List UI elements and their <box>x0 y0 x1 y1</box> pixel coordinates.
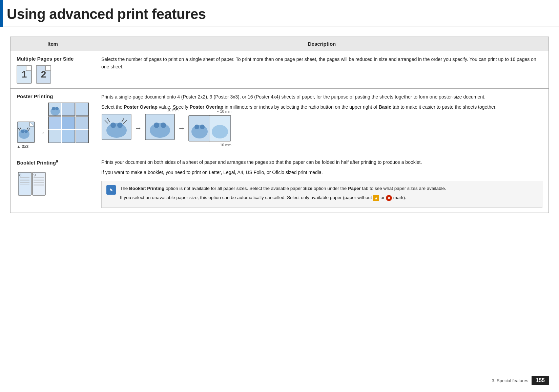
page-header: Using advanced print features <box>0 0 559 26</box>
page-number: 155 <box>532 376 549 385</box>
col-header-item: Item <box>11 37 95 51</box>
content-area: Item Description Multiple Pages per Side… <box>0 26 559 223</box>
overlap-illustration: → 10 mm <box>101 113 542 143</box>
bold-poster-overlap-1: Poster Overlap <box>124 104 158 110</box>
main-table: Item Description Multiple Pages per Side… <box>10 37 549 213</box>
svg-point-26 <box>194 125 199 129</box>
svg-point-14 <box>110 123 116 128</box>
booklet-svg: 8 9 <box>17 169 47 199</box>
overlap-svg-1 <box>101 113 132 140</box>
poster-grid <box>48 103 89 143</box>
page-title: Using advanced print features <box>7 6 549 22</box>
svg-point-15 <box>117 123 123 128</box>
svg-point-22 <box>154 123 159 128</box>
superscript-a: a <box>56 159 58 164</box>
desc-cell-booklet: Prints your document on both sides of a … <box>95 154 549 213</box>
svg-point-27 <box>200 125 205 129</box>
poster-cell <box>62 116 75 129</box>
col-header-desc: Description <box>95 37 549 51</box>
desc-cell-poster: Prints a single-page document onto 4 (Po… <box>95 89 549 154</box>
svg-point-13 <box>106 123 127 138</box>
error-icon: ✕ <box>386 195 392 201</box>
bold-size: Size <box>303 186 312 191</box>
poster-cell <box>62 103 75 116</box>
svg-point-23 <box>161 123 166 128</box>
poster-illustration: → <box>17 103 89 149</box>
footer-section-text: 3. Special features <box>492 378 529 383</box>
poster-cell <box>76 103 88 116</box>
note-box: ✎ The Booklet Printing option is not ava… <box>101 181 542 208</box>
poster-grid-label: ▲ 3x3 <box>17 144 28 149</box>
svg-text:✎: ✎ <box>109 188 113 193</box>
note-pencil-svg: ✎ <box>108 187 115 193</box>
desc-text-booklet-2: If you want to make a booklet, you need … <box>101 169 542 176</box>
bold-booklet-printing: Booklet Printing <box>129 186 164 191</box>
poster-cell <box>48 116 61 129</box>
svg-text:9: 9 <box>34 173 36 177</box>
poster-cell-svg <box>49 103 61 116</box>
overlap-dim-top2: ←10 mm <box>216 109 231 114</box>
svg-point-11 <box>55 107 59 110</box>
poster-cell <box>76 130 88 143</box>
warning-icon: ▲ <box>373 195 379 201</box>
poster-cell <box>48 103 61 116</box>
poster-cell <box>62 130 75 143</box>
svg-point-29 <box>212 125 228 138</box>
poster-cell <box>76 116 88 129</box>
note-icon: ✎ <box>106 185 116 195</box>
left-accent <box>0 0 3 27</box>
svg-point-10 <box>52 107 55 110</box>
overlap-dim-bot: 10 mm <box>220 142 231 148</box>
note-line-1: The Booklet Printing option is not avail… <box>120 185 446 192</box>
table-row: Multiple Pages per Side 1 2 Selects the … <box>11 51 549 89</box>
overlap-svg-2 <box>145 113 175 140</box>
bold-paper: Paper <box>348 186 361 191</box>
desc-cell-multiple-pages: Selects the number of pages to print on … <box>95 51 549 89</box>
svg-text:8: 8 <box>19 173 21 177</box>
arrow-right-2: → <box>178 123 185 134</box>
item-label-booklet: Booklet Printinga <box>17 159 89 166</box>
desc-text-multiple-pages: Selects the number of pages to print on … <box>101 56 542 70</box>
note-line-2: If you select an unavailable paper size,… <box>120 194 446 201</box>
page-footer: 3. Special features 155 <box>492 376 549 385</box>
overlap-svg-3 <box>188 115 211 142</box>
note-content: The Booklet Printing option is not avail… <box>120 185 446 203</box>
table-row: Booklet Printinga <box>11 154 549 213</box>
poster-cell <box>48 130 61 143</box>
desc-text-poster-1: Prints a single-page document onto 4 (Po… <box>101 93 542 101</box>
item-label-multiple-pages: Multiple Pages per Side <box>17 56 89 62</box>
bold-basic: Basic <box>379 104 391 110</box>
item-cell-poster: Poster Printing <box>11 89 95 154</box>
svg-point-25 <box>191 125 208 138</box>
overlap-dim-top: 10 mm <box>167 107 179 113</box>
multiple-pages-illustration: 1 2 <box>17 65 89 84</box>
page-icon-2: 2 <box>36 65 51 84</box>
svg-point-4 <box>24 130 28 133</box>
item-label-poster: Poster Printing <box>17 93 89 99</box>
item-cell-multiple-pages: Multiple Pages per Side 1 2 <box>11 51 95 89</box>
booklet-illustration: 8 9 <box>17 169 89 199</box>
page-icon-1: 1 <box>17 65 32 84</box>
item-cell-booklet: Booklet Printinga <box>11 154 95 213</box>
arrow-right: → <box>134 123 142 134</box>
desc-text-booklet-1: Prints your document on both sides of a … <box>101 159 542 166</box>
svg-point-21 <box>150 123 170 138</box>
poster-single-page-svg <box>17 121 35 143</box>
svg-point-3 <box>21 130 24 133</box>
table-row: Poster Printing <box>11 89 549 154</box>
overlap-svg-4 <box>208 115 231 142</box>
